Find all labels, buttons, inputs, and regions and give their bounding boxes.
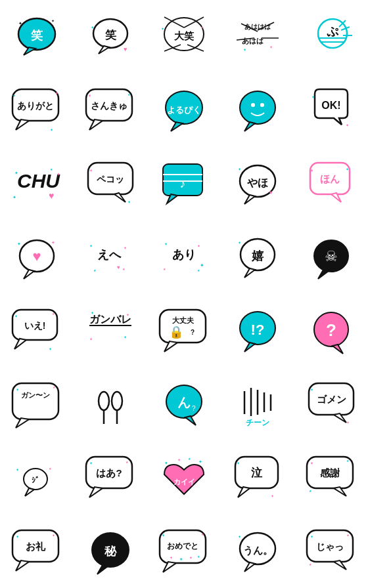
svg-text:★: ★ bbox=[188, 457, 191, 461]
svg-marker-74 bbox=[244, 195, 255, 204]
svg-text:✦: ✦ bbox=[126, 313, 129, 317]
svg-text:ん: ん bbox=[177, 395, 191, 410]
svg-text:✦: ✦ bbox=[197, 244, 200, 248]
svg-text:!?: !? bbox=[251, 322, 265, 338]
svg-marker-128 bbox=[333, 345, 343, 354]
sticker-18: あり ✦ ✦ ★ ★ ✦ bbox=[154, 228, 214, 287]
svg-text:大笑: 大笑 bbox=[173, 30, 195, 41]
sticker-5: ぷ bbox=[302, 7, 361, 66]
cell-10[interactable]: OK! ✦ ✦ bbox=[294, 74, 368, 147]
svg-marker-101 bbox=[244, 268, 255, 278]
svg-text:♥: ♥ bbox=[49, 190, 54, 201]
cell-25[interactable]: ? bbox=[294, 294, 368, 368]
sticker-33: カイイ ✦ ✦ ✦ ★ bbox=[154, 448, 214, 507]
svg-marker-84 bbox=[24, 270, 34, 279]
svg-text:✦: ✦ bbox=[238, 167, 241, 171]
cell-22[interactable]: ガンバレ ✦ ✦ ✦ ✦ bbox=[74, 294, 147, 368]
cell-6[interactable]: ありがと ✦ ✦ ✦ bbox=[0, 74, 74, 147]
sticker-40: じゃっ ✦ ✦ ★ bbox=[302, 522, 361, 581]
cell-19[interactable]: 嬉 ✦ bbox=[221, 220, 294, 294]
svg-text:✦: ✦ bbox=[16, 535, 19, 539]
svg-text:ありがと: ありがと bbox=[17, 100, 54, 111]
cell-14[interactable]: やほ ♥ ✦ bbox=[221, 147, 294, 220]
svg-text:✦: ✦ bbox=[51, 240, 55, 245]
sticker-26: ガン〜ン ✦ ★ bbox=[7, 375, 66, 434]
svg-marker-181 bbox=[16, 560, 29, 571]
sticker-25: ? bbox=[302, 301, 361, 360]
svg-text:✦: ✦ bbox=[14, 171, 18, 175]
sticker-2: 笑 ♥ ✦ bbox=[81, 7, 140, 66]
sticker-29: チーン bbox=[228, 375, 287, 434]
svg-text:カイイ: カイイ bbox=[173, 478, 195, 486]
cell-28[interactable]: ん ? bbox=[147, 368, 221, 441]
cell-5[interactable]: ぷ bbox=[294, 0, 368, 74]
svg-marker-155 bbox=[25, 488, 34, 496]
cell-4[interactable]: あははは あはは ✦ ✦ bbox=[221, 0, 294, 74]
sticker-35: 感謝 ✦ ★ ★ bbox=[302, 448, 361, 507]
svg-text:✦: ✦ bbox=[200, 262, 204, 268]
svg-text:✦: ✦ bbox=[88, 94, 91, 98]
svg-text:✦: ✦ bbox=[17, 242, 21, 246]
cell-1[interactable]: 笑 ✦ ✦ bbox=[0, 0, 74, 74]
svg-text:✦: ✦ bbox=[164, 95, 168, 99]
cell-37[interactable]: 秘 bbox=[74, 514, 147, 588]
svg-text:✦: ✦ bbox=[237, 461, 240, 465]
cell-7[interactable]: さんきゅ ✦ ★ bbox=[74, 74, 147, 147]
cell-32[interactable]: はあ? ✦ ★ bbox=[74, 441, 147, 514]
cell-23[interactable]: 大丈夫 🔒 ? bbox=[147, 294, 221, 368]
cell-39[interactable]: うん。 ✦ bbox=[221, 514, 294, 588]
cell-15[interactable]: ほん ✦ ✦ bbox=[294, 147, 368, 220]
cell-35[interactable]: 感謝 ✦ ★ ★ bbox=[294, 441, 368, 514]
cell-12[interactable]: ペコッ ✦ ✦ bbox=[74, 147, 147, 220]
svg-text:✦: ✦ bbox=[346, 123, 349, 127]
cell-30[interactable]: ゴメン ✦ ✦ bbox=[294, 368, 368, 441]
cell-34[interactable]: 泣 ✦ ✦ bbox=[221, 441, 294, 514]
cell-13[interactable]: ♪ bbox=[147, 147, 221, 220]
cell-31[interactable]: ｼﾞ ✦ ★ bbox=[0, 441, 74, 514]
sticker-37: 秘 bbox=[81, 522, 140, 581]
cell-40[interactable]: じゃっ ✦ ✦ ★ bbox=[294, 514, 368, 588]
cell-16[interactable]: ♥ ✦ ✦ bbox=[0, 220, 74, 294]
cell-2[interactable]: 笑 ♥ ✦ bbox=[74, 0, 147, 74]
sticker-24: !? bbox=[228, 301, 287, 360]
cell-33[interactable]: カイイ ✦ ✦ ✦ ★ bbox=[147, 441, 221, 514]
cell-26[interactable]: ガン〜ン ✦ ★ bbox=[0, 368, 74, 441]
svg-text:✦: ✦ bbox=[238, 535, 241, 539]
svg-text:秘: 秘 bbox=[104, 545, 117, 558]
cell-27[interactable] bbox=[74, 368, 147, 441]
sticker-14: やほ ♥ ✦ bbox=[228, 154, 287, 213]
cell-18[interactable]: あり ✦ ✦ ★ ★ ✦ bbox=[147, 220, 221, 294]
svg-text:✦: ✦ bbox=[162, 534, 165, 537]
cell-21[interactable]: いえ! ✦ ★ ✦ bbox=[0, 294, 74, 368]
svg-point-52 bbox=[251, 103, 255, 107]
svg-text:✦: ✦ bbox=[198, 459, 202, 464]
svg-marker-189 bbox=[163, 562, 176, 572]
svg-text:じゃっ: じゃっ bbox=[316, 541, 344, 552]
cell-17[interactable]: えへ ✦ ✦ ★ ★ ♥ bbox=[74, 220, 147, 294]
svg-text:✦: ✦ bbox=[57, 172, 60, 177]
sticker-17: えへ ✦ ✦ ★ ★ ♥ bbox=[81, 228, 140, 287]
svg-point-137 bbox=[112, 392, 122, 410]
svg-text:ペコッ: ペコッ bbox=[97, 174, 124, 184]
svg-text:✦: ✦ bbox=[52, 534, 55, 537]
cell-29[interactable]: チーン bbox=[221, 368, 294, 441]
svg-text:✦: ✦ bbox=[310, 535, 313, 539]
svg-text:✦: ✦ bbox=[189, 556, 193, 560]
cell-38[interactable]: おめでと ✦ ★ ✦ ★ ✦ ★ bbox=[147, 514, 221, 588]
svg-text:♪: ♪ bbox=[180, 177, 186, 190]
svg-text:✦: ✦ bbox=[271, 494, 274, 498]
cell-8[interactable]: よるぴく ✦ ✦ bbox=[147, 74, 221, 147]
cell-20[interactable]: ☠ bbox=[294, 220, 368, 294]
cell-24[interactable]: !? bbox=[221, 294, 294, 368]
svg-text:✦: ✦ bbox=[164, 242, 168, 246]
cell-9[interactable] bbox=[221, 74, 294, 147]
sticker-23: 大丈夫 🔒 ? bbox=[154, 301, 214, 360]
cell-36[interactable]: お礼 ✦ ✦ bbox=[0, 514, 74, 588]
sticker-6: ありがと ✦ ✦ ✦ bbox=[7, 81, 66, 140]
svg-text:ぷ: ぷ bbox=[327, 25, 339, 38]
svg-marker-140 bbox=[185, 416, 196, 425]
cell-11[interactable]: CHU ♥ ✦ ✦ ✦ ★ bbox=[0, 147, 74, 220]
cell-3[interactable]: 大笑 ✦ ✦ bbox=[147, 0, 221, 74]
svg-text:✦: ✦ bbox=[124, 335, 127, 339]
svg-marker-51 bbox=[244, 122, 255, 131]
